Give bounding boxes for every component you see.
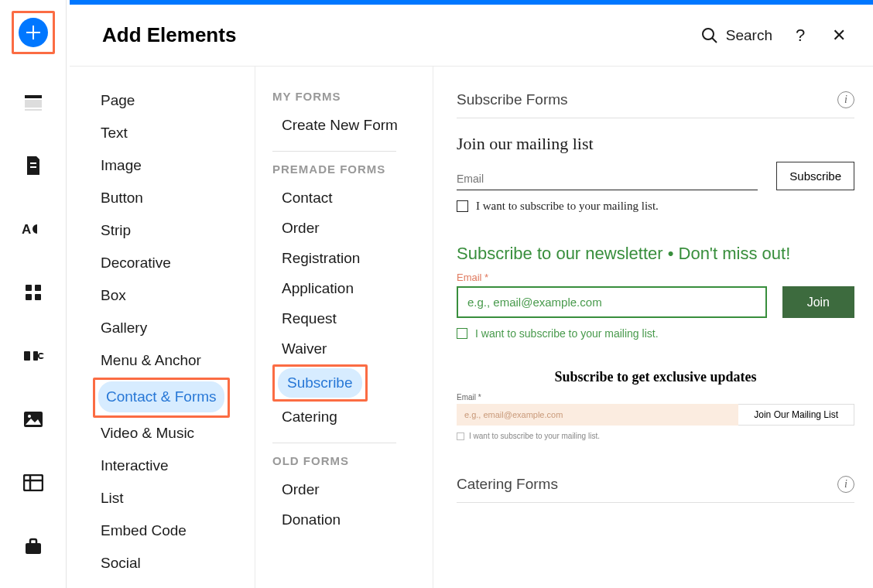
category-box[interactable]: Box — [93, 280, 134, 311]
plus-icon — [26, 25, 41, 40]
category-page[interactable]: Page — [93, 85, 142, 116]
rail-business-icon[interactable] — [18, 531, 49, 562]
category-decorative[interactable]: Decorative — [93, 248, 179, 279]
form3-email-label: Email * — [457, 393, 854, 402]
svg-point-15 — [28, 415, 31, 418]
svg-rect-7 — [35, 285, 41, 291]
info-icon[interactable]: i — [837, 91, 854, 108]
checkbox-icon — [457, 200, 468, 212]
add-elements-button[interactable] — [19, 18, 48, 47]
category-button[interactable]: Button — [93, 183, 151, 214]
form3-title: Subscribe to get exclusive updates — [457, 369, 854, 385]
svg-rect-0 — [25, 95, 42, 98]
subscribe-highlight: Subscribe — [272, 364, 368, 402]
rail-pages-icon[interactable] — [18, 150, 49, 181]
category-highlight: Contact & Forms — [93, 378, 230, 418]
svg-rect-10 — [24, 351, 30, 361]
form-waiver[interactable]: Waiver — [272, 334, 336, 364]
form3-checkbox-label: I want to subscribe to your mailing list… — [469, 432, 600, 440]
svg-rect-13 — [39, 354, 44, 357]
svg-text:A: A — [22, 222, 31, 237]
form-application[interactable]: Application — [272, 274, 363, 303]
category-embed-code[interactable]: Embed Code — [93, 515, 194, 546]
category-interactive[interactable]: Interactive — [93, 450, 176, 481]
info-icon[interactable]: i — [837, 476, 854, 493]
form2-title: Subscribe to our newsletter • Don't miss… — [457, 244, 854, 264]
category-gallery[interactable]: Gallery — [93, 313, 155, 344]
svg-rect-4 — [30, 166, 36, 168]
svg-rect-1 — [25, 100, 42, 108]
form1-email-input[interactable] — [457, 168, 758, 190]
svg-rect-6 — [26, 285, 32, 291]
svg-point-20 — [703, 29, 714, 39]
form1-title: Join our mailing list — [457, 134, 854, 154]
catering-forms-title: Catering Forms — [457, 476, 837, 493]
form2-email-label: Email * — [457, 272, 854, 283]
search-label: Search — [726, 27, 772, 44]
svg-rect-11 — [33, 351, 38, 361]
category-menu-anchor[interactable]: Menu & Anchor — [93, 345, 209, 376]
subscribe-forms-title: Subscribe Forms — [457, 91, 837, 108]
form-subscribe[interactable]: Subscribe — [278, 368, 362, 398]
svg-rect-16 — [24, 475, 43, 491]
form-preview-3[interactable]: Subscribe to get exclusive updates Email… — [457, 369, 854, 440]
category-text[interactable]: Text — [93, 118, 135, 149]
form-order[interactable]: Order — [272, 214, 329, 243]
svg-rect-19 — [26, 543, 41, 554]
left-rail: A — [0, 0, 67, 588]
create-new-form[interactable]: Create New Form — [272, 111, 407, 140]
form1-subscribe-button[interactable]: Subscribe — [776, 162, 854, 190]
preview-column: Subscribe Forms i Join our mailing list … — [433, 67, 873, 588]
rail-data-icon[interactable] — [18, 467, 49, 498]
rail-media-icon[interactable] — [18, 404, 49, 435]
form-preview-2[interactable]: Subscribe to our newsletter • Don't miss… — [457, 244, 854, 340]
checkbox-icon — [457, 432, 464, 440]
category-contact-forms[interactable]: Contact & Forms — [98, 381, 224, 412]
old-form-donation[interactable]: Donation — [272, 505, 350, 535]
form-request[interactable]: Request — [272, 304, 346, 333]
form2-email-input[interactable] — [457, 286, 767, 318]
form1-checkbox-row[interactable]: I want to subscribe to your mailing list… — [457, 200, 854, 213]
search-button[interactable]: Search — [701, 27, 772, 44]
form-preview-1[interactable]: Join our mailing list Subscribe I want t… — [457, 134, 854, 213]
help-button[interactable]: ? — [789, 26, 811, 46]
form3-checkbox-row[interactable]: I want to subscribe to your mailing list… — [457, 432, 854, 440]
old-form-order[interactable]: Order — [272, 475, 329, 504]
subscribe-forms-section-header: Subscribe Forms i — [457, 85, 854, 118]
form-catering[interactable]: Catering — [272, 402, 347, 432]
category-list[interactable]: List — [93, 483, 132, 514]
form-contact[interactable]: Contact — [272, 183, 341, 213]
subcategory-column: MY FORMS Create New Form PREMADE FORMS C… — [255, 67, 433, 588]
my-forms-header: MY FORMS — [272, 90, 425, 103]
search-icon — [701, 27, 718, 44]
catering-forms-section-header: Catering Forms i — [457, 470, 854, 503]
checkbox-icon — [457, 328, 467, 339]
svg-rect-3 — [30, 162, 36, 164]
form2-checkbox-row[interactable]: I want to subscribe to your mailing list… — [457, 327, 854, 340]
svg-line-21 — [712, 38, 717, 43]
svg-rect-8 — [26, 294, 32, 300]
rail-design-icon[interactable]: A — [18, 214, 49, 244]
rail-addons-icon[interactable] — [18, 340, 49, 371]
add-elements-highlight — [12, 11, 55, 54]
category-image[interactable]: Image — [93, 150, 149, 181]
close-button[interactable]: ✕ — [828, 26, 850, 46]
category-video-music[interactable]: Video & Music — [93, 418, 202, 449]
rail-sections-icon[interactable] — [18, 87, 49, 118]
form3-join-button[interactable]: Join Our Mailing List — [738, 404, 854, 426]
category-strip[interactable]: Strip — [93, 215, 139, 246]
category-column: Page Text Image Button Strip Decorative … — [70, 67, 255, 588]
divider — [272, 443, 396, 443]
divider — [272, 151, 396, 152]
old-forms-header: OLD FORMS — [272, 454, 425, 467]
form2-join-button[interactable]: Join — [782, 286, 854, 318]
category-social[interactable]: Social — [93, 548, 149, 579]
svg-rect-9 — [35, 294, 41, 300]
category-payments[interactable]: Payments — [93, 580, 173, 588]
panel-title: Add Elements — [102, 23, 701, 47]
add-elements-panel: Add Elements Search ? ✕ Page Text Image … — [70, 5, 873, 588]
svg-rect-2 — [25, 109, 42, 111]
rail-apps-icon[interactable] — [18, 277, 49, 308]
form3-email-input[interactable] — [457, 404, 738, 426]
form-registration[interactable]: Registration — [272, 244, 369, 273]
